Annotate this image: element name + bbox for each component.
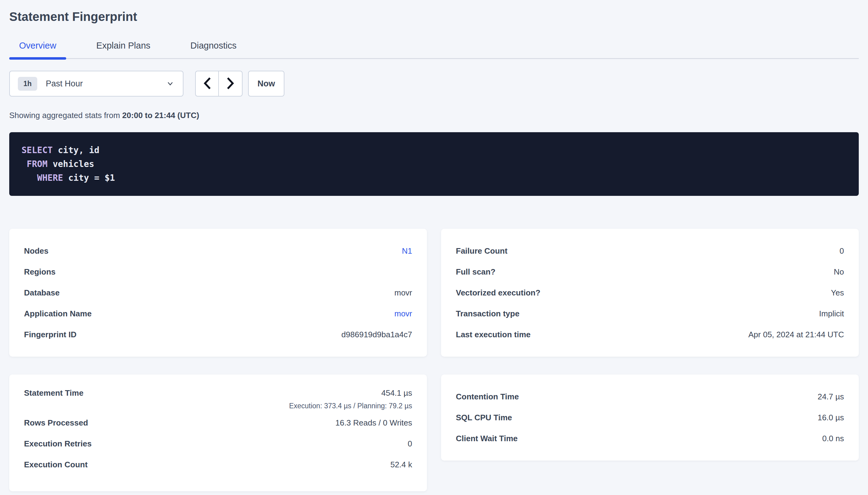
- transaction-type-value: Implicit: [819, 309, 844, 319]
- application-name-value-link[interactable]: movr: [394, 309, 412, 319]
- application-name-label: Application Name: [24, 309, 92, 319]
- sql-cpu-time-value: 16.0 µs: [818, 413, 844, 423]
- tab-diagnostics[interactable]: Diagnostics: [181, 37, 247, 58]
- statement-time-values: 454.1 µs Execution: 373.4 µs / Planning:…: [289, 386, 412, 412]
- fingerprint-id-value: d986919d9ba1a4c7: [341, 330, 412, 339]
- rows-processed-label: Rows Processed: [24, 418, 88, 428]
- statement-details-card: Nodes N1 Regions Database movr Applicati…: [9, 229, 427, 357]
- tab-overview[interactable]: Overview: [9, 37, 66, 58]
- info-row-execution-count: Execution Count 52.4 k: [24, 454, 412, 475]
- statement-stats-card: Statement Time 454.1 µs Execution: 373.4…: [9, 374, 427, 491]
- statement-time-breakdown: Execution: 373.4 µs / Planning: 79.2 µs: [289, 402, 412, 410]
- last-execution-time-value: Apr 05, 2024 at 21:44 UTC: [748, 330, 844, 339]
- info-row-application-name: Application Name movr: [24, 303, 412, 324]
- failure-count-label: Failure Count: [456, 246, 508, 256]
- chevron-left-icon: [202, 77, 212, 91]
- page-title: Statement Fingerprint: [9, 9, 859, 24]
- statement-time-label: Statement Time: [24, 386, 83, 400]
- sql-line: WHERE city = $1: [21, 171, 847, 185]
- info-row-client-wait-time: Client Wait Time 0.0 ns: [456, 428, 844, 449]
- interval-badge: 1h: [18, 77, 37, 91]
- execution-attributes-card: Failure Count 0 Full scan? No Vectorized…: [441, 229, 859, 357]
- caption-prefix: Showing aggregated stats from: [9, 111, 120, 120]
- info-row-full-scan: Full scan? No: [456, 261, 844, 282]
- execution-retries-label: Execution Retries: [24, 439, 92, 448]
- info-row-last-execution-time: Last execution time Apr 05, 2024 at 21:4…: [456, 324, 844, 345]
- now-button[interactable]: Now: [248, 71, 284, 97]
- execution-retries-value: 0: [408, 439, 412, 448]
- info-row-nodes: Nodes N1: [24, 240, 412, 261]
- time-interval-dropdown[interactable]: 1h Past Hour: [9, 71, 183, 97]
- transaction-type-label: Transaction type: [456, 309, 520, 319]
- tab-explain-plans[interactable]: Explain Plans: [86, 37, 160, 58]
- statement-fingerprint-page: Statement Fingerprint Overview Explain P…: [0, 0, 868, 491]
- full-scan-value: No: [834, 267, 844, 277]
- vectorized-execution-value: Yes: [831, 288, 844, 297]
- info-row-statement-time: Statement Time 454.1 µs Execution: 373.4…: [24, 386, 412, 412]
- sql-line: SELECT city, id: [21, 143, 847, 157]
- info-row-rows-processed: Rows Processed 16.3 Reads / 0 Writes: [24, 412, 412, 433]
- time-interval-pager: [195, 71, 243, 97]
- execution-count-label: Execution Count: [24, 460, 88, 470]
- failure-count-value: 0: [840, 246, 844, 256]
- chevron-down-icon: [166, 79, 175, 88]
- database-label: Database: [24, 288, 60, 297]
- sql-cpu-time-label: SQL CPU Time: [456, 413, 512, 423]
- statement-time-value: 454.1 µs: [289, 386, 412, 400]
- nodes-label: Nodes: [24, 246, 48, 256]
- prev-interval-button[interactable]: [196, 71, 219, 96]
- contention-time-value: 24.7 µs: [818, 392, 844, 402]
- vectorized-execution-label: Vectorized execution?: [456, 288, 540, 297]
- caption-time-range: 20:00 to 21:44 (UTC): [122, 111, 199, 120]
- info-row-fingerprint-id: Fingerprint ID d986919d9ba1a4c7: [24, 324, 412, 345]
- sql-line: FROM vehicles: [21, 157, 847, 171]
- interval-label: Past Hour: [46, 79, 83, 88]
- info-row-sql-cpu-time: SQL CPU Time 16.0 µs: [456, 407, 844, 428]
- time-controls: 1h Past Hour Now: [9, 71, 859, 97]
- info-row-vectorized-execution: Vectorized execution? Yes: [456, 282, 844, 303]
- next-interval-button[interactable]: [219, 71, 242, 96]
- tab-bar: Overview Explain Plans Diagnostics: [9, 37, 859, 59]
- fingerprint-id-label: Fingerprint ID: [24, 330, 76, 339]
- full-scan-label: Full scan?: [456, 267, 495, 277]
- info-row-transaction-type: Transaction type Implicit: [456, 303, 844, 324]
- chevron-right-icon: [226, 77, 235, 91]
- info-row-database: Database movr: [24, 282, 412, 303]
- sql-statement-box: SELECT city, id FROM vehicles WHERE city…: [9, 132, 859, 196]
- regions-label: Regions: [24, 267, 56, 277]
- database-value: movr: [394, 288, 412, 297]
- contention-time-label: Contention Time: [456, 392, 519, 402]
- client-wait-time-value: 0.0 ns: [822, 434, 844, 443]
- last-execution-time-label: Last execution time: [456, 330, 531, 339]
- info-row-failure-count: Failure Count 0: [456, 240, 844, 261]
- info-row-regions: Regions: [24, 261, 412, 282]
- nodes-value-link[interactable]: N1: [402, 246, 412, 256]
- client-wait-time-label: Client Wait Time: [456, 434, 518, 443]
- aggregated-stats-caption: Showing aggregated stats from 20:00 to 2…: [9, 111, 859, 120]
- info-row-contention-time: Contention Time 24.7 µs: [456, 386, 844, 407]
- execution-count-value: 52.4 k: [390, 460, 412, 470]
- summary-cards-grid: Nodes N1 Regions Database movr Applicati…: [9, 229, 859, 491]
- info-row-execution-retries: Execution Retries 0: [24, 433, 412, 454]
- rows-processed-value: 16.3 Reads / 0 Writes: [335, 418, 412, 428]
- time-stats-card: Contention Time 24.7 µs SQL CPU Time 16.…: [441, 374, 859, 461]
